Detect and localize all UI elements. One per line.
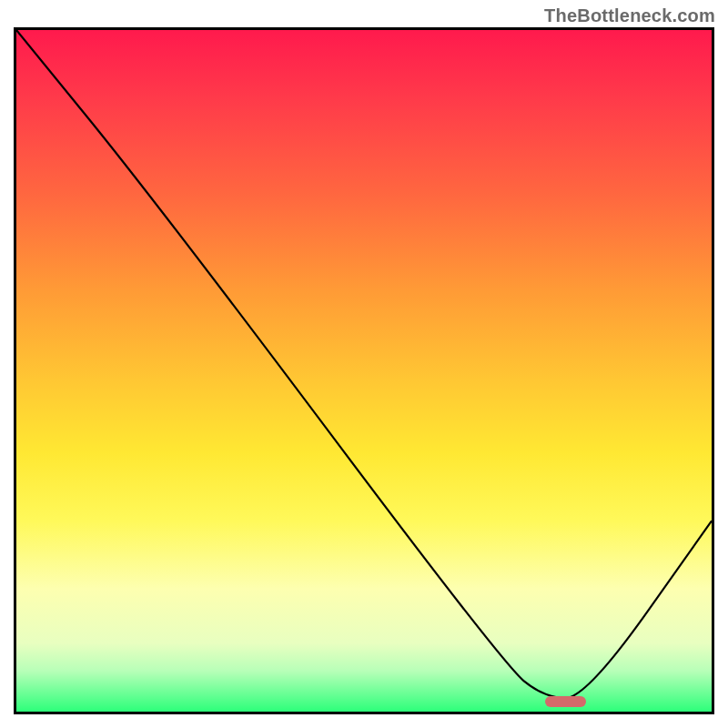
chart-canvas: TheBottleneck.com — [0, 0, 728, 728]
optimal-range-marker — [545, 696, 587, 707]
chart-frame — [14, 27, 714, 714]
watermark-text: TheBottleneck.com — [544, 5, 715, 26]
chart-background-gradient — [16, 30, 712, 712]
